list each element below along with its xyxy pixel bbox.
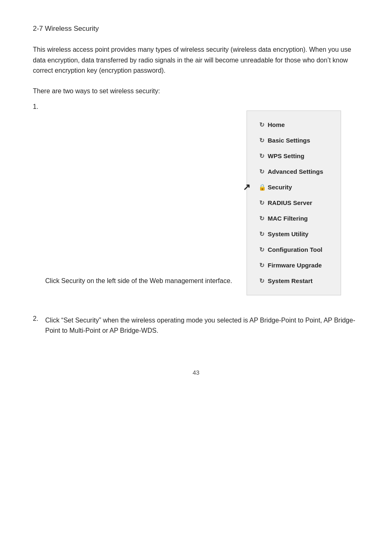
nav-item-mac-filtering[interactable]: ↻ MAC Filtering xyxy=(258,214,329,223)
home-icon: ↻ xyxy=(258,120,266,130)
step-1: 1. Click Security on the left side of th… xyxy=(33,103,359,307)
advanced-settings-icon: ↻ xyxy=(258,167,266,177)
system-utility-icon: ↻ xyxy=(258,229,266,239)
intro-paragraph: This wireless access point provides many… xyxy=(33,44,359,76)
step-2: 2. Click “Set Security” when the wireles… xyxy=(33,315,359,336)
nav-item-wps-setting-label: WPS Setting xyxy=(268,151,304,161)
step-1-number: 1. xyxy=(33,103,45,111)
nav-item-system-utility-label: System Utility xyxy=(268,229,309,239)
nav-item-home[interactable]: ↻ Home xyxy=(258,120,329,130)
nav-item-radius-server[interactable]: ↻ RADIUS Server xyxy=(258,198,329,208)
nav-item-basic-settings[interactable]: ↻ Basic Settings xyxy=(258,136,329,145)
nav-item-mac-filtering-label: MAC Filtering xyxy=(268,214,308,223)
nav-item-security[interactable]: ↗ 🔒 Security xyxy=(258,182,329,192)
nav-item-home-label: Home xyxy=(268,120,285,130)
section-title: 2-7 Wireless Security xyxy=(33,25,359,33)
nav-item-system-restart-label: System Restart xyxy=(268,276,313,286)
nav-item-security-label: Security xyxy=(268,182,292,192)
nav-item-radius-server-label: RADIUS Server xyxy=(268,198,312,208)
system-restart-icon: ↻ xyxy=(258,276,266,286)
nav-item-system-utility[interactable]: ↻ System Utility xyxy=(258,229,329,239)
step-2-text: Click “Set Security” when the wireless o… xyxy=(45,317,355,334)
nav-item-system-restart[interactable]: ↻ System Restart xyxy=(258,276,329,286)
nav-item-advanced-settings-label: Advanced Settings xyxy=(268,167,323,177)
nav-item-configuration-tool-label: Configuration Tool xyxy=(268,245,323,255)
ways-text: There are two ways to set wireless secur… xyxy=(33,88,359,95)
nav-menu-illustration: ↻ Home ↻ Basic Settings ↻ WPS Setting ↻ … xyxy=(247,111,341,295)
security-icon: 🔒 xyxy=(258,182,266,192)
step-2-number: 2. xyxy=(33,315,45,322)
wps-setting-icon: ↻ xyxy=(258,151,266,161)
page-number: 43 xyxy=(33,369,359,376)
configuration-tool-icon: ↻ xyxy=(258,245,266,255)
firmware-upgrade-icon: ↻ xyxy=(258,260,266,270)
mac-filtering-icon: ↻ xyxy=(258,214,266,223)
nav-item-firmware-upgrade-label: Firmware Upgrade xyxy=(268,260,322,270)
page-content: 2-7 Wireless Security This wireless acce… xyxy=(33,25,359,376)
step-1-text: Click Security on the left side of the W… xyxy=(45,277,232,284)
nav-item-basic-settings-label: Basic Settings xyxy=(268,136,310,145)
radius-server-icon: ↻ xyxy=(258,198,266,208)
security-pointer-arrow: ↗ xyxy=(243,180,250,194)
nav-item-wps-setting[interactable]: ↻ WPS Setting xyxy=(258,151,329,161)
nav-item-configuration-tool[interactable]: ↻ Configuration Tool xyxy=(258,245,329,255)
basic-settings-icon: ↻ xyxy=(258,136,266,145)
nav-item-firmware-upgrade[interactable]: ↻ Firmware Upgrade xyxy=(258,260,329,270)
nav-item-advanced-settings[interactable]: ↻ Advanced Settings xyxy=(258,167,329,177)
